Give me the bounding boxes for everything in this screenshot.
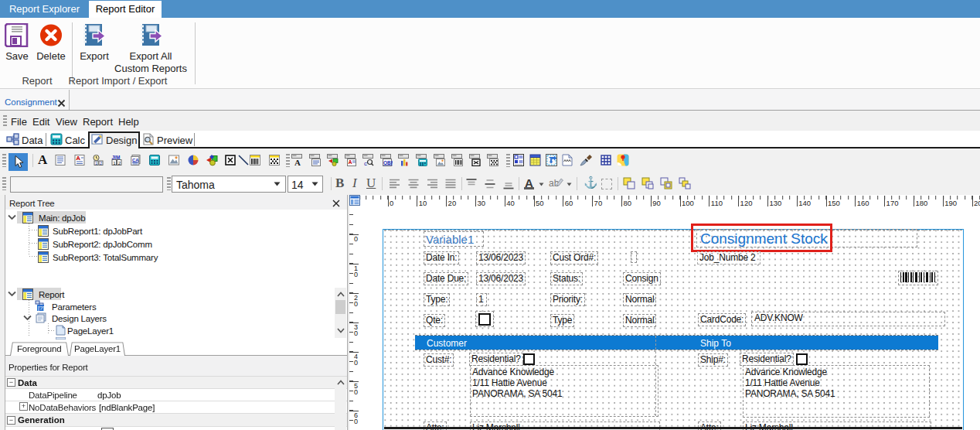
svg-text:CA: CA xyxy=(132,158,139,162)
svg-text:1: 1 xyxy=(95,161,97,166)
svg-text:A: A xyxy=(294,158,301,166)
svg-text:JIM: JIM xyxy=(112,155,121,160)
svg-text:[?]: [?] xyxy=(38,305,44,311)
svg-text:A: A xyxy=(349,159,352,165)
svg-text:c: c xyxy=(364,160,367,166)
svg-text:A: A xyxy=(76,155,80,162)
svg-text:2: 2 xyxy=(100,161,102,166)
svg-text:OBR: OBR xyxy=(383,160,393,166)
